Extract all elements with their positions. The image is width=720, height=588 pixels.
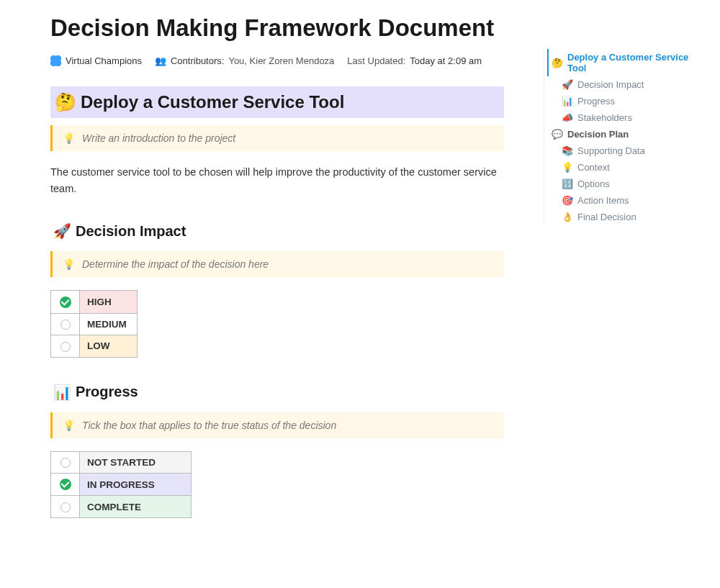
- heading-deploy[interactable]: 🤔 Deploy a Customer Service Tool: [50, 86, 504, 118]
- last-updated-chip: Last Updated: Today at 2:09 am: [347, 55, 482, 66]
- outline-label: Final Decision: [577, 212, 636, 222]
- contributors-value: You, Kier Zoren Mendoza: [228, 55, 334, 66]
- table-row: IN PROGRESS: [51, 473, 192, 495]
- megaphone-icon: 📣: [562, 112, 573, 123]
- impact-table: HIGH MEDIUM LOW: [50, 290, 138, 357]
- outline-item-deploy[interactable]: 🤔 Deploy a Customer Service Tool: [547, 49, 698, 76]
- outline-item-action-items[interactable]: 🎯 Action Items: [547, 192, 698, 209]
- heading-deploy-text: Deploy a Customer Service Tool: [81, 92, 344, 112]
- bar-chart-icon: 📊: [562, 96, 573, 107]
- outline-label: Stakeholders: [577, 112, 632, 123]
- number-icon: 🔢: [562, 178, 573, 189]
- impact-high-label: HIGH: [80, 291, 138, 313]
- progress-table: NOT STARTED IN PROGRESS COMPLETE: [50, 451, 192, 518]
- workspace-name: Virtual Champions: [66, 55, 142, 66]
- rocket-icon: 🚀: [53, 222, 71, 240]
- page-title: Decision Making Framework Document: [50, 13, 504, 42]
- callout-progress[interactable]: 💡 Tick the box that applies to the true …: [50, 412, 504, 438]
- outline-label: Options: [577, 178, 610, 189]
- progress-complete-radio[interactable]: [51, 496, 80, 517]
- callout-progress-text: Tick the box that applies to the true st…: [82, 420, 336, 431]
- table-row: COMPLETE: [51, 496, 192, 517]
- outline-label: Progress: [577, 96, 615, 107]
- target-icon: 🎯: [562, 195, 573, 206]
- table-row: NOT STARTED: [51, 451, 192, 473]
- table-row: MEDIUM: [51, 313, 138, 335]
- progress-notstarted-radio[interactable]: [51, 451, 80, 473]
- callout-impact-text: Determine the impact of the decision her…: [82, 258, 269, 270]
- heading-decision-impact-text: Decision Impact: [76, 223, 186, 240]
- outline-item-progress[interactable]: 📊 Progress: [547, 93, 698, 109]
- callout-intro-text: Write an introduction to the project: [82, 132, 235, 144]
- outline-item-final-decision[interactable]: 👌 Final Decision: [547, 209, 698, 225]
- impact-low-radio[interactable]: [51, 335, 80, 357]
- updated-value: Today at 2:09 am: [410, 55, 482, 66]
- progress-inprogress-label: IN PROGRESS: [80, 473, 192, 495]
- thinking-face-icon: 🤔: [552, 58, 563, 68]
- impact-medium-label: MEDIUM: [80, 313, 138, 335]
- outline-item-options[interactable]: 🔢 Options: [547, 176, 698, 192]
- lightbulb-icon: 💡: [63, 420, 75, 431]
- heading-progress[interactable]: 📊 Progress: [50, 379, 504, 405]
- progress-notstarted-label: NOT STARTED: [80, 451, 192, 473]
- progress-inprogress-radio[interactable]: [51, 473, 80, 495]
- impact-low-label: LOW: [80, 335, 138, 357]
- workspace-chip[interactable]: Virtual Champions: [50, 55, 142, 66]
- table-row: LOW: [51, 335, 138, 357]
- bar-chart-icon: 📊: [53, 384, 71, 401]
- outline-label: Decision Impact: [577, 79, 644, 90]
- rocket-icon: 🚀: [562, 79, 573, 90]
- lightbulb-icon: 💡: [63, 258, 75, 270]
- workspace-icon: [50, 55, 61, 66]
- outline-nav: 🤔 Deploy a Customer Service Tool 🚀 Decis…: [544, 49, 698, 225]
- impact-medium-radio[interactable]: [51, 313, 80, 335]
- outline-label: Action Items: [577, 195, 629, 206]
- ok-hand-icon: 👌: [562, 212, 573, 222]
- progress-complete-label: COMPLETE: [80, 496, 192, 517]
- impact-high-radio[interactable]: [51, 291, 80, 313]
- outline-item-decision-impact[interactable]: 🚀 Decision Impact: [547, 76, 698, 93]
- outline-item-supporting-data[interactable]: 📚 Supporting Data: [547, 143, 698, 159]
- lightbulb-icon: 💡: [562, 162, 573, 173]
- heading-decision-impact[interactable]: 🚀 Decision Impact: [50, 218, 504, 244]
- callout-intro[interactable]: 💡 Write an introduction to the project: [50, 125, 504, 151]
- heading-progress-text: Progress: [76, 384, 138, 400]
- table-row: HIGH: [51, 291, 138, 313]
- lightbulb-icon: 💡: [63, 132, 75, 144]
- books-icon: 📚: [562, 145, 573, 156]
- outline-item-decision-plan[interactable]: 💬 Decision Plan: [547, 126, 698, 143]
- thinking-face-icon: 🤔: [55, 92, 76, 112]
- outline-label: Supporting Data: [577, 145, 645, 156]
- speech-bubble-icon: 💬: [552, 129, 563, 140]
- contributors-chip[interactable]: 👥 Contributors: You, Kier Zoren Mendoza: [155, 55, 334, 66]
- contributors-label: Contributors:: [171, 55, 224, 66]
- callout-impact[interactable]: 💡 Determine the impact of the decision h…: [50, 251, 504, 277]
- intro-paragraph[interactable]: The customer service tool to be chosen w…: [50, 164, 504, 196]
- outline-label: Context: [577, 162, 610, 173]
- outline-item-stakeholders[interactable]: 📣 Stakeholders: [547, 109, 698, 126]
- outline-label: Decision Plan: [567, 129, 629, 140]
- updated-label: Last Updated:: [347, 55, 405, 66]
- people-icon: 👥: [155, 55, 166, 66]
- outline-label: Deploy a Customer Service Tool: [567, 52, 696, 73]
- doc-meta: Virtual Champions 👥 Contributors: You, K…: [50, 55, 504, 66]
- outline-item-context[interactable]: 💡 Context: [547, 159, 698, 176]
